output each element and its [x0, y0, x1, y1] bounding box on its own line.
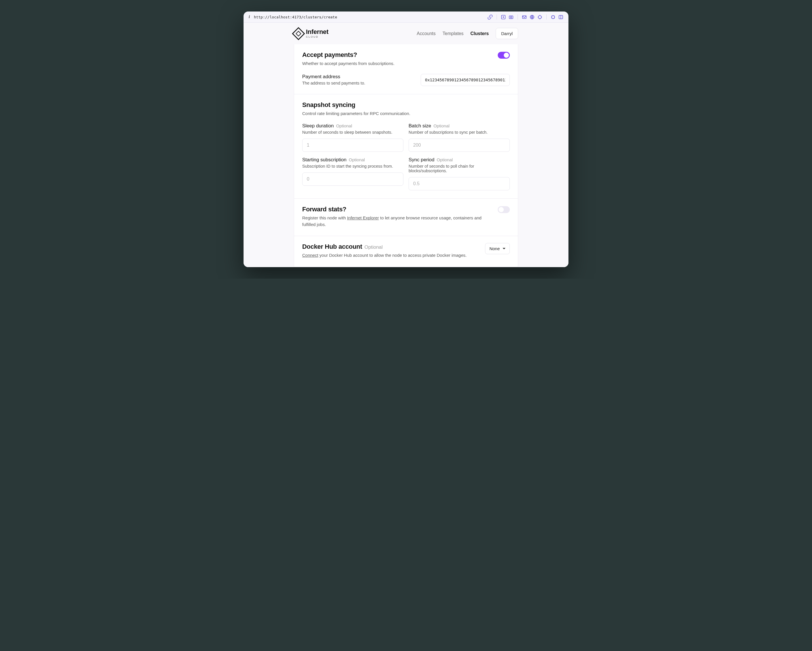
- section-forward-stats: Forward stats? Register this node with I…: [294, 199, 518, 236]
- docker-account-select[interactable]: None: [485, 243, 510, 254]
- forward-desc: Register this node with Infernet Explore…: [302, 215, 492, 228]
- section-docker: Docker Hub account Optional Connect your…: [294, 236, 518, 267]
- brand-name: Infernet: [306, 29, 328, 35]
- target-icon[interactable]: [537, 15, 542, 20]
- user-menu-button[interactable]: Darryl: [496, 28, 518, 39]
- main-nav: Accounts Templates Clusters Darryl: [417, 28, 518, 39]
- browser-bar: i http://localhost:4173/clusters/create: [244, 12, 568, 23]
- start-input[interactable]: [302, 173, 403, 186]
- docker-title: Docker Hub account: [302, 243, 362, 251]
- sleep-label: Sleep duration: [302, 123, 334, 129]
- logo[interactable]: Infernet CLOUD: [294, 29, 328, 38]
- start-desc: Subscription ID to start the syncing pro…: [302, 164, 403, 168]
- payment-address-desc: The address to send payments to.: [302, 81, 365, 86]
- snapshot-title: Snapshot syncing: [302, 101, 510, 109]
- extension-icons: [488, 14, 563, 20]
- camera-icon[interactable]: [509, 15, 514, 20]
- sleep-desc: Number of seconds to sleep between snaps…: [302, 130, 403, 134]
- optional-tag: Optional: [433, 123, 449, 128]
- batch-input[interactable]: [409, 139, 510, 152]
- forward-toggle[interactable]: [498, 206, 510, 213]
- section-payments: Accept payments? Whether to accept payme…: [294, 44, 518, 94]
- period-desc: Number of seconds to poll chain for bloc…: [409, 164, 510, 173]
- payments-desc: Whether to accept payments from subscrip…: [302, 60, 492, 67]
- mail-icon[interactable]: [522, 15, 527, 20]
- url-display: http://localhost:4173/clusters/create: [254, 15, 484, 19]
- docker-connect-link[interactable]: Connect: [302, 253, 318, 258]
- snapshot-desc: Control rate limiting parameters for RPC…: [302, 110, 510, 117]
- info-icon[interactable]: i: [249, 15, 250, 19]
- logo-icon: [292, 27, 305, 40]
- download-icon[interactable]: [501, 15, 506, 20]
- sleep-input[interactable]: [302, 139, 403, 152]
- optional-tag: Optional: [336, 123, 352, 128]
- infernet-explorer-link[interactable]: Infernet Explorer: [347, 215, 379, 220]
- link-icon[interactable]: [488, 15, 493, 20]
- period-input[interactable]: [409, 177, 510, 190]
- app-header: Infernet CLOUD Accounts Templates Cluste…: [294, 23, 518, 44]
- puzzle-icon[interactable]: [551, 15, 556, 20]
- svg-rect-1: [509, 16, 513, 19]
- nav-templates[interactable]: Templates: [443, 31, 464, 36]
- section-containers: Containers Configure containers and serv…: [294, 267, 518, 267]
- brand-subtitle: CLOUD: [306, 36, 328, 38]
- svg-rect-3: [522, 15, 526, 18]
- start-label: Starting subscription: [302, 157, 346, 163]
- period-label: Sync period: [409, 157, 435, 163]
- nav-accounts[interactable]: Accounts: [417, 31, 436, 36]
- forward-title: Forward stats?: [302, 206, 492, 213]
- svg-point-2: [510, 17, 512, 18]
- svg-point-5: [538, 15, 542, 19]
- chevron-down-icon: [503, 248, 505, 249]
- batch-label: Batch size: [409, 123, 431, 129]
- optional-tag: Optional: [365, 245, 383, 250]
- optional-tag: Optional: [437, 157, 453, 162]
- globe-icon[interactable]: [530, 15, 534, 20]
- batch-desc: Number of subscriptions to sync per batc…: [409, 130, 510, 134]
- payments-toggle[interactable]: [498, 52, 510, 59]
- nav-clusters[interactable]: Clusters: [470, 31, 489, 36]
- payment-address-input[interactable]: [421, 74, 510, 86]
- optional-tag: Optional: [349, 157, 365, 162]
- panels-icon[interactable]: [559, 15, 563, 20]
- payment-address-label: Payment address: [302, 74, 365, 79]
- payments-title: Accept payments?: [302, 51, 492, 59]
- section-snapshot: Snapshot syncing Control rate limiting p…: [294, 94, 518, 199]
- docker-desc: Connect your Docker Hub account to allow…: [302, 252, 479, 259]
